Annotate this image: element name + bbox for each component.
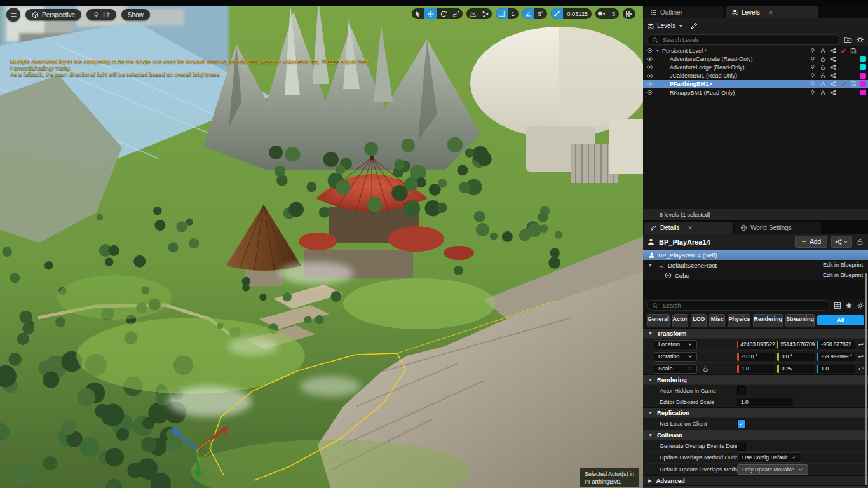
level-row-pfarthingbm1-selected[interactable]: PFarthingBM1 • [643,80,868,88]
component-row-defaultsceneroot[interactable]: ▼ DefaultSceneRoot Edit in Blueprint [643,260,868,270]
level-color-swatch[interactable] [860,73,866,79]
show-button[interactable]: Show [121,9,150,20]
blueprint-actions-button[interactable] [831,236,852,248]
blueprint-node-icon[interactable] [829,90,837,96]
component-row-self[interactable]: BP_PlayArea14 (Self) [643,250,868,260]
blueprint-node-icon[interactable] [829,48,837,54]
lighting-bulb-icon[interactable] [809,90,817,96]
visibility-eye-icon[interactable] [646,89,653,96]
details-settings-gear-icon[interactable] [857,302,864,309]
level-color-swatch[interactable] [860,90,866,95]
component-row-cube[interactable]: Cube Edit in Blueprint [643,270,868,280]
perspective-button[interactable]: Perspective [25,9,81,20]
category-rendering[interactable]: Rendering [753,314,783,327]
tab-world-settings[interactable]: World Settings [735,222,821,234]
levels-settings-gear-icon[interactable] [856,36,864,44]
category-streaming[interactable]: Streaming [785,314,815,327]
scale-y-input[interactable]: 0.25 [777,365,815,373]
rotation-x-input[interactable]: -10.0 ° [737,353,775,361]
viewport-3d[interactable]: Perspective Lit Show 1 5° [0,0,643,488]
grid-snap-value[interactable]: 1 [508,11,519,17]
billboard-scale-input[interactable]: 1.0 [737,398,793,406]
details-lock-icon[interactable] [856,238,864,246]
location-y-input[interactable]: 25143.676789 [777,341,815,349]
rotation-z-input[interactable]: -59.999999 ° [817,353,855,361]
lighting-bulb-icon[interactable] [809,81,817,87]
level-color-swatch[interactable] [860,64,866,70]
edit-in-blueprint-link[interactable]: Edit in Blueprint [823,262,863,268]
lighting-bulb-icon[interactable] [809,48,817,54]
section-rendering[interactable]: ▼ Rendering [643,374,868,384]
section-collision[interactable]: ▼ Collision [643,430,868,440]
location-x-input[interactable]: 42483.893522 [737,341,775,349]
rotate-tool-button[interactable] [437,8,450,19]
section-replication[interactable]: ▼ Replication [643,407,868,417]
reset-scale-button[interactable]: ↩ [857,365,865,372]
level-row-jcalderobm1[interactable]: JCalderoBM1 (Read-Only) [643,72,868,80]
update-overlaps-dropdown[interactable]: Use Config Default [737,452,801,463]
save-icon[interactable] [850,48,857,54]
section-advanced[interactable]: ▶ Advanced [643,475,868,485]
level-color-swatch[interactable] [860,56,866,62]
reset-rotation-button[interactable]: ↩ [857,353,865,360]
actor-hidden-checkbox[interactable] [737,386,746,395]
tab-outliner[interactable]: Outliner [644,6,724,18]
camera-speed-button[interactable] [595,8,608,19]
level-row-rknappbm1[interactable]: RKnappBM1 (Read-Only) [643,88,868,97]
level-row-adventurelodge[interactable]: AdventureLodge (Read-Only) [643,63,868,71]
net-load-checkbox[interactable]: ✓ [737,419,746,428]
scale-z-input[interactable]: 1.0 [817,365,855,373]
scale-snap-group[interactable]: 0.03125 [551,8,592,19]
level-row-adventurecampsite[interactable]: AdventureCampsite (Read-Only) [643,55,868,63]
visibility-eye-icon[interactable] [646,55,653,62]
levels-menu-button[interactable]: Levels [647,22,684,30]
viewport-layout-button[interactable] [623,8,635,19]
scale-lock-icon[interactable] [702,365,709,372]
scale-snap-toggle[interactable] [551,8,563,19]
blueprint-node-icon[interactable] [829,64,837,71]
category-actor[interactable]: Actor [672,314,689,327]
level-color-swatch[interactable] [860,81,866,87]
lit-button[interactable]: Lit [86,9,116,20]
display-filter-icon[interactable] [834,302,841,309]
details-search-box[interactable] [647,300,830,311]
lighting-bulb-icon[interactable] [809,72,817,79]
levels-search-box[interactable] [647,34,840,45]
tab-levels-close-icon[interactable]: ✕ [768,10,773,16]
select-tool-button[interactable] [412,8,424,19]
lock-icon[interactable] [819,72,827,79]
add-component-button[interactable]: Add [795,236,827,248]
grid-snap-group[interactable]: 1 [496,8,519,19]
expander-arrow-icon[interactable]: ▼ [653,48,662,53]
visibility-eye-icon[interactable] [646,64,653,71]
category-lod[interactable]: LOD [691,314,707,327]
viewport-menu-button[interactable] [6,8,20,22]
details-search-input[interactable] [661,302,825,309]
expander-arrow-icon[interactable]: ▼ [648,263,654,268]
rotation-snap-value[interactable]: 5° [534,11,548,17]
lock-icon[interactable] [819,56,827,62]
lock-icon[interactable] [819,48,827,54]
scale-dropdown[interactable]: Scale [654,364,697,374]
scale-x-input[interactable]: 1.0 [737,365,775,373]
visibility-eye-icon[interactable] [646,47,653,54]
levels-search-input[interactable] [661,36,835,44]
world-local-button[interactable] [479,8,492,19]
visibility-eye-icon[interactable] [646,72,653,79]
lighting-bulb-icon[interactable] [809,64,817,71]
lock-icon[interactable] [819,90,827,96]
rotation-snap-group[interactable]: 5° [522,8,548,19]
edit-in-blueprint-link[interactable]: Edit in Blueprint [823,272,863,278]
tab-details-close-icon[interactable]: ✕ [688,225,693,231]
category-physics[interactable]: Physics [728,314,750,327]
location-z-input[interactable]: -950.677072 [817,341,855,349]
category-misc[interactable]: Misc [709,314,725,327]
rotation-y-input[interactable]: 0.0 ° [777,353,815,361]
generate-overlap-checkbox[interactable] [737,442,746,451]
scale-snap-value[interactable]: 0.03125 [563,11,592,17]
reset-location-button[interactable]: ↩ [857,341,865,348]
edit-levels-pencil-icon[interactable] [690,22,698,30]
surface-snapping-button[interactable] [466,8,479,19]
favorites-star-icon[interactable] [845,302,853,309]
rotation-snap-toggle[interactable] [522,8,534,19]
